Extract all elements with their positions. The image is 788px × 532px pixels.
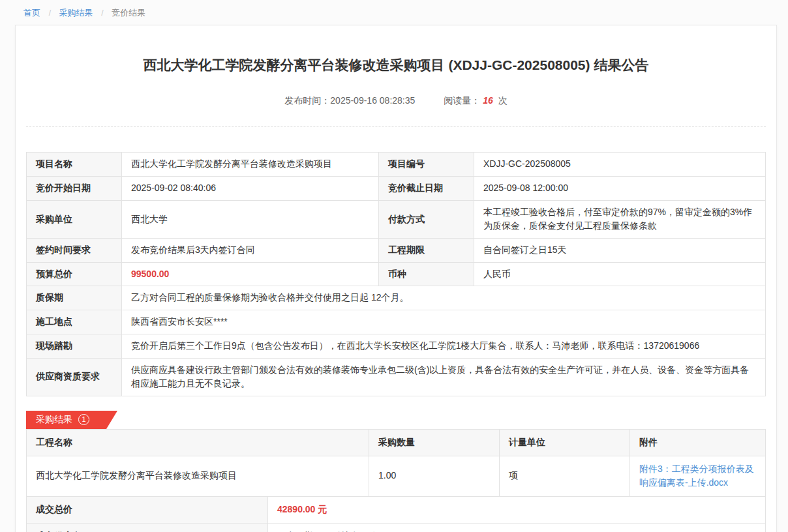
- project-code-value: XDJJ-GC-202508005: [474, 153, 766, 177]
- read-count: 阅读量：16 次: [444, 95, 507, 106]
- bid-end-label: 竞价截止日期: [379, 177, 474, 201]
- breadcrumb-purchase-results-link[interactable]: 采购结果: [59, 8, 93, 18]
- bid-start-label: 竞价开始日期: [27, 177, 122, 201]
- table-row: 采购单位 西北大学 付款方式 本工程竣工验收合格后，付至审定价款的97%，留审定…: [27, 200, 766, 238]
- project-code-label: 项目编号: [379, 153, 474, 177]
- table-row: 成交供应商 西安天勤星网科技有限公司: [27, 523, 766, 532]
- breadcrumb-current: 竞价结果: [112, 8, 145, 18]
- location-value: 陕西省西安市长安区****: [122, 310, 766, 334]
- breadcrumb: 首页 / 采购结果 / 竞价结果: [0, 0, 788, 25]
- result-project-name: 西北大学化工学院发酵分离平台装修改造采购项目: [27, 456, 369, 496]
- warranty-value: 乙方对合同工程的质量保修期为验收合格并交付使用之日起 12个月。: [122, 286, 766, 310]
- col-header-project-name: 工程名称: [27, 429, 369, 456]
- supplier-label: 成交供应商: [27, 523, 268, 532]
- total-price-label: 成交总价: [27, 496, 268, 523]
- breadcrumb-home-link[interactable]: 首页: [23, 8, 40, 18]
- site-visit-label: 现场踏勘: [27, 334, 122, 358]
- breadcrumb-separator: /: [49, 8, 51, 18]
- purchase-result-table: 工程名称 采购数量 计量单位 附件 西北大学化工学院发酵分离平台装修改造采购项目…: [26, 429, 766, 497]
- deal-summary-table: 成交总价 42890.00 元 成交供应商 西安天勤星网科技有限公司: [26, 496, 766, 532]
- announcement-meta: 发布时间：2025-09-16 08:28:35 阅读量：16 次: [26, 95, 766, 126]
- table-row: 项目名称 西北大学化工学院发酵分离平台装修改造采购项目 项目编号 XDJJ-GC…: [27, 153, 766, 177]
- qualification-label: 供应商资质要求: [27, 358, 122, 396]
- purchaser-value: 西北大学: [122, 200, 379, 238]
- payment-value: 本工程竣工验收合格后，付至审定价款的97%，留审定金额的3%作为质保金，质保金支…: [474, 200, 766, 238]
- read-count-value: 16: [483, 95, 493, 106]
- duration-value: 自合同签订之日15天: [474, 239, 766, 263]
- col-header-quantity: 采购数量: [369, 429, 500, 456]
- table-row: 预算总价 99500.00 币种 人民币: [27, 262, 766, 286]
- table-row: 质保期 乙方对合同工程的质量保修期为验收合格并交付使用之日起 12个月。: [27, 286, 766, 310]
- warranty-label: 质保期: [27, 286, 122, 310]
- purchase-result-badge: 采购结果 1: [26, 411, 117, 429]
- result-attachment-cell: 附件3：工程类分项报价表及响应偏离表-上传.docx: [630, 456, 766, 496]
- budget-label: 预算总价: [27, 262, 122, 286]
- sign-time-label: 签约时间要求: [27, 239, 122, 263]
- col-header-attachment: 附件: [630, 429, 766, 456]
- currency-value: 人民币: [474, 262, 766, 286]
- budget-value: 99500.00: [122, 262, 379, 286]
- project-info-table: 项目名称 西北大学化工学院发酵分离平台装修改造采购项目 项目编号 XDJJ-GC…: [26, 152, 766, 396]
- total-price-value: 42890.00 元: [268, 496, 766, 523]
- table-row: 成交总价 42890.00 元: [27, 496, 766, 523]
- table-header-row: 工程名称 采购数量 计量单位 附件: [27, 429, 766, 456]
- duration-label: 工程期限: [379, 239, 474, 263]
- site-visit-value: 竞价开启后第三个工作日9点（包含公告发布日），在西北大学长安校区化工学院1楼大厅…: [122, 334, 766, 358]
- payment-label: 付款方式: [379, 200, 474, 238]
- purchase-result-badge-label: 采购结果: [36, 414, 72, 426]
- announcement-card: 西北大学化工学院发酵分离平台装修改造采购项目 (XDJJ-GC-20250800…: [15, 25, 777, 532]
- qualification-value: 供应商应具备建设行政主管部门颁发合法有效的装修装饰专业承包二级(含)以上资质，具…: [122, 358, 766, 396]
- location-label: 施工地点: [27, 310, 122, 334]
- bid-end-value: 2025-09-08 12:00:00: [474, 177, 766, 201]
- table-row: 签约时间要求 发布竞价结果后3天内签订合同 工程期限 自合同签订之日15天: [27, 239, 766, 263]
- supplier-value: 西安天勤星网科技有限公司: [268, 523, 766, 532]
- table-row: 现场踏勘 竞价开启后第三个工作日9点（包含公告发布日），在西北大学长安校区化工学…: [27, 334, 766, 358]
- project-name-value: 西北大学化工学院发酵分离平台装修改造采购项目: [122, 153, 379, 177]
- purchaser-label: 采购单位: [27, 200, 122, 238]
- result-quantity: 1.00: [369, 456, 500, 496]
- col-header-unit: 计量单位: [500, 429, 630, 456]
- breadcrumb-separator: /: [101, 8, 103, 18]
- badge-count-circle-icon: 1: [78, 414, 89, 425]
- table-row: 施工地点 陕西省西安市长安区****: [27, 310, 766, 334]
- project-name-label: 项目名称: [27, 153, 122, 177]
- table-row: 竞价开始日期 2025-09-02 08:40:06 竞价截止日期 2025-0…: [27, 177, 766, 201]
- currency-label: 币种: [379, 262, 474, 286]
- result-unit: 项: [500, 456, 630, 496]
- bid-start-value: 2025-09-02 08:40:06: [122, 177, 379, 201]
- table-row: 供应商资质要求 供应商应具备建设行政主管部门颁发合法有效的装修装饰专业承包二级(…: [27, 358, 766, 396]
- publish-time: 发布时间：2025-09-16 08:28:35: [284, 95, 415, 106]
- attachment-link[interactable]: 附件3：工程类分项报价表及响应偏离表-上传.docx: [639, 464, 754, 488]
- page-title: 西北大学化工学院发酵分离平台装修改造采购项目 (XDJJ-GC-20250800…: [26, 25, 766, 74]
- sign-time-value: 发布竞价结果后3天内签订合同: [122, 239, 379, 263]
- table-row: 西北大学化工学院发酵分离平台装修改造采购项目 1.00 项 附件3：工程类分项报…: [27, 456, 766, 496]
